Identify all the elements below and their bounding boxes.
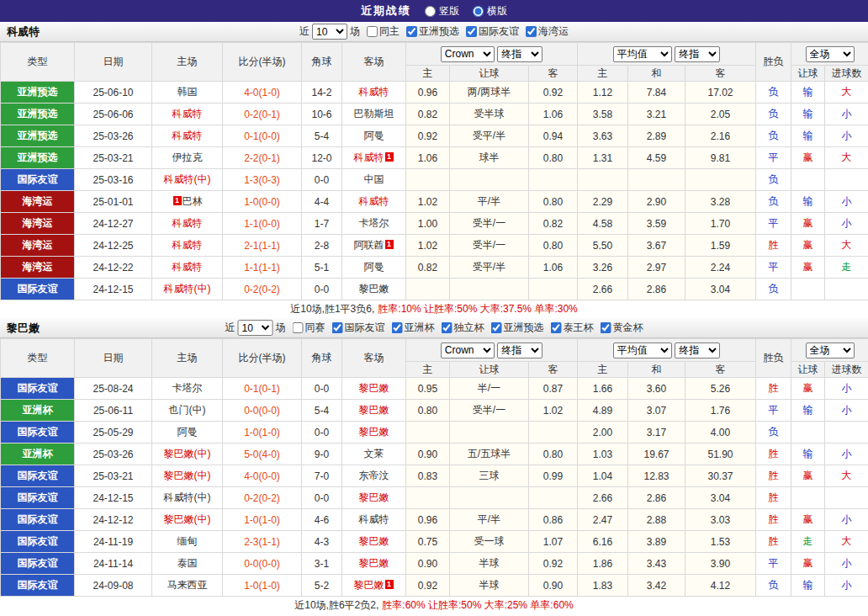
avg-draw-odds-cell: 2.86 [628, 487, 685, 509]
avg-home-odds-cell: 1.03 [578, 443, 628, 465]
filter-checkbox-asian-cup[interactable]: 亚洲杯 [392, 321, 435, 335]
col-header-handicap-home: 主 [406, 66, 450, 82]
handicap-home-odds-cell: 0.82 [406, 104, 450, 125]
score-cell[interactable]: 0-2(0-2) [223, 279, 302, 300]
home-team-cell: 马来西亚 [152, 575, 223, 597]
filter-checkbox-same-home[interactable]: 同主 [367, 24, 400, 39]
team-name: 黎巴嫩(中) [164, 513, 211, 525]
gold-cup-checkbox[interactable] [601, 322, 611, 333]
average-stage-select[interactable]: 终指 [675, 46, 720, 62]
result-cell: 胜 [756, 531, 791, 553]
vertical-layout-radio[interactable] [425, 6, 436, 17]
horizontal-layout-radio[interactable] [473, 6, 484, 17]
score-cell[interactable]: 0-2(0-1) [223, 104, 302, 125]
red-card-badge: 1 [385, 580, 394, 589]
average-odds-header: 平均值 终指 [578, 43, 756, 66]
bookmaker-select[interactable]: Crown [441, 343, 495, 358]
goals-result-cell: 大 [825, 235, 868, 257]
col-header-avg-draw: 和 [628, 362, 685, 378]
independence-cup-checkbox[interactable] [442, 322, 453, 333]
filter-checkbox-kings-cup[interactable]: 泰王杯 [551, 321, 594, 335]
international-friendly-checkbox[interactable] [332, 322, 343, 333]
handicap-away-odds-cell: 1.06 [529, 257, 578, 279]
away-team-cell: 黎巴嫩 [342, 279, 406, 300]
score-cell[interactable]: 4-0(0-0) [223, 465, 302, 487]
layout-radio-vertical[interactable]: 竖版 [425, 4, 459, 19]
avg-away-odds-cell: 17.02 [685, 82, 756, 104]
average-odds-select[interactable]: 平均值 [613, 46, 672, 62]
match-count-select[interactable]: 10 [312, 24, 347, 40]
international-friendly-checkbox[interactable] [466, 26, 477, 37]
corners-cell: 5-4 [302, 400, 342, 422]
home-team-cell: 缅甸 [152, 531, 223, 553]
avg-away-odds-cell: 2.16 [685, 125, 756, 147]
match-row: 国际友谊24-11-14泰国0-0(0-0)3-1黎巴嫩0.90半球0.921.… [1, 553, 868, 575]
handicap-away-odds-cell [529, 279, 578, 300]
fulltime-select[interactable]: 全场 [806, 343, 855, 358]
result-cell: 胜 [756, 235, 791, 257]
avg-draw-odds-cell: 2.89 [628, 125, 685, 147]
avg-away-odds-cell: 9.81 [685, 147, 756, 169]
score-cell[interactable]: 0-0(0-0) [223, 553, 302, 575]
home-team-cell: 黎巴嫩(中) [152, 509, 223, 531]
team-name: 科威特(中) [164, 173, 211, 185]
filter-checkbox-asian-qualifiers[interactable]: 亚洲预选 [491, 321, 544, 335]
kuwait-section: 科威特 近 10 场 同主 亚洲预选 国际友谊 海湾运 类型 日期 主场 比分(… [0, 22, 868, 318]
filter-checkbox-asian-qualifiers[interactable]: 亚洲预选 [406, 24, 459, 39]
average-stage-select[interactable]: 终指 [675, 343, 720, 358]
filter-checkbox-international-friendly[interactable]: 国际友谊 [332, 321, 385, 335]
score-cell[interactable]: 1-0(1-0) [223, 575, 302, 597]
score-cell[interactable]: 5-0(4-0) [223, 443, 302, 465]
handicap-line-cell: 半/一 [450, 378, 529, 400]
score-cell[interactable]: 2-3(1-1) [223, 531, 302, 553]
score-cell[interactable]: 1-0(1-0) [223, 422, 302, 443]
result-cell: 负 [756, 422, 791, 443]
asian-qualifiers-checkbox[interactable] [491, 322, 502, 333]
same-home-checkbox[interactable] [367, 26, 378, 37]
filter-checkbox-international-friendly[interactable]: 国际友谊 [466, 24, 519, 39]
score-cell[interactable]: 0-2(0-2) [223, 487, 302, 509]
avg-home-odds-cell: 2.29 [578, 191, 628, 213]
avg-home-odds-cell: 2.66 [578, 279, 628, 300]
score-cell[interactable]: 1-1(1-1) [223, 257, 302, 279]
handicap-stage-select[interactable]: 终指 [497, 46, 542, 62]
filter-checkbox-same-competition[interactable]: 同赛 [293, 321, 326, 335]
gulf-cup-checkbox[interactable] [526, 26, 537, 37]
result-cell: 平 [756, 213, 791, 235]
filter-checkbox-gulf-cup[interactable]: 海湾运 [526, 24, 569, 39]
summary-rates: 胜率:10% 让胜率:50% 大率:37.5% 单率:30% [378, 302, 577, 316]
kings-cup-checkbox[interactable] [551, 322, 562, 333]
match-count-select[interactable]: 10 [238, 320, 273, 336]
asian-cup-checkbox[interactable] [392, 322, 403, 333]
score-cell[interactable]: 0-1(0-1) [223, 378, 302, 400]
page-title: 近期战绩 [361, 3, 411, 19]
average-odds-select[interactable]: 平均值 [613, 343, 672, 358]
asian-qualifiers-checkbox[interactable] [406, 26, 417, 37]
filter-checkbox-gold-cup[interactable]: 黄金杯 [601, 321, 643, 335]
team-name: 黎巴嫩 [359, 283, 389, 295]
score-cell[interactable]: 1-0(1-0) [223, 509, 302, 531]
score-cell[interactable]: 1-0(0-0) [223, 191, 302, 213]
layout-radio-horizontal[interactable]: 横版 [473, 4, 507, 19]
match-row: 海湾运25-01-011巴林1-0(0-0)4-4科威特1.02平/半0.802… [1, 191, 868, 213]
score-cell[interactable]: 2-1(1-1) [223, 235, 302, 257]
score-cell[interactable]: 2-2(0-1) [223, 147, 302, 169]
filter-unit-label: 场 [350, 24, 360, 39]
goals-result-cell: 小 [825, 213, 868, 235]
fulltime-select[interactable]: 全场 [806, 46, 855, 62]
score-cell[interactable]: 4-0(1-0) [223, 82, 302, 104]
handicap-stage-select[interactable]: 终指 [497, 343, 542, 358]
filter-checkbox-independence-cup[interactable]: 独立杯 [442, 321, 484, 335]
competition-type-cell: 国际友谊 [1, 465, 75, 487]
away-team-cell: 黎巴嫩1 [342, 575, 406, 597]
score-cell[interactable]: 1-3(0-3) [223, 169, 302, 191]
away-team-cell: 科威特 [342, 191, 406, 213]
score-cell[interactable]: 0-0(0-0) [223, 400, 302, 422]
bookmaker-select[interactable]: Crown [441, 46, 495, 62]
same-competition-checkbox[interactable] [293, 322, 304, 333]
score-cell[interactable]: 1-1(0-0) [223, 213, 302, 235]
team-name: 韩国 [177, 86, 198, 98]
score-cell[interactable]: 0-1(0-0) [223, 125, 302, 147]
handicap-odds-header: Crown 终指 [406, 339, 578, 362]
avg-draw-odds-cell: 2.86 [628, 279, 685, 300]
